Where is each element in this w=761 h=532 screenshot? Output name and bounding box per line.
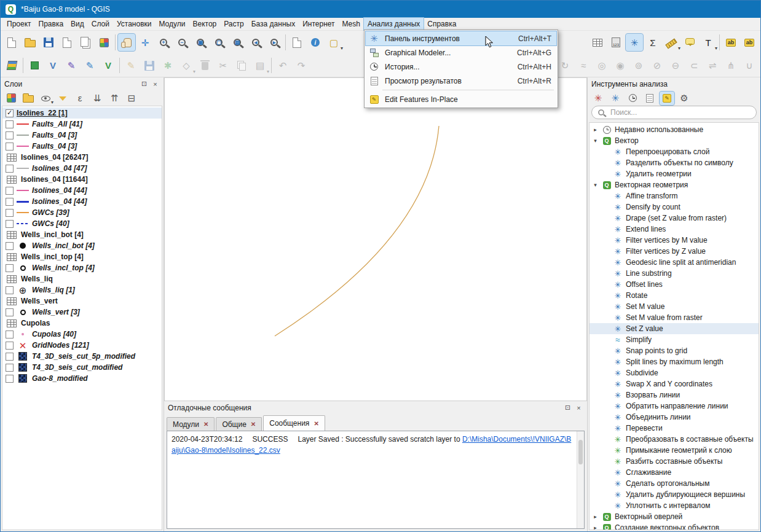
float-panel-icon[interactable]: ⊡	[563, 403, 572, 412]
menu-edit[interactable]: Правка	[35, 18, 68, 30]
layer-checkbox[interactable]	[6, 165, 14, 173]
layer-row[interactable]: Gao-8_modified	[2, 373, 162, 384]
layer-row[interactable]: Isolines_22 [1]	[2, 108, 162, 119]
toolbox-algorithm[interactable]: ✳Разбить составные объекты	[589, 456, 759, 467]
layer-row[interactable]: Wells_vert [3]	[2, 307, 162, 318]
new-virtual-layer-button[interactable]: V	[100, 57, 117, 74]
toolbox-search[interactable]	[591, 106, 757, 119]
map-tips-button[interactable]	[681, 34, 698, 51]
zoom-out-button[interactable]: −	[173, 34, 191, 51]
text-annotation-button[interactable]: T▾	[700, 34, 717, 51]
layer-row[interactable]: Cupolas	[2, 318, 162, 329]
filter-legend-button[interactable]	[55, 92, 70, 105]
layer-checkbox[interactable]	[6, 242, 14, 250]
menu-database[interactable]: База данных	[248, 18, 299, 30]
layer-row[interactable]: Wells_liq	[2, 273, 162, 284]
layer-checkbox[interactable]	[6, 364, 14, 372]
tab-general[interactable]: Общие✕	[216, 417, 262, 431]
processing-toolbox-button[interactable]: ✳	[626, 34, 643, 51]
new-spatialite-layer-button[interactable]: ✎	[63, 57, 80, 74]
close-tab-icon[interactable]: ✕	[251, 421, 256, 428]
menu-option-results-viewer[interactable]: Просмотр результатовCtrl+Alt+R	[366, 74, 556, 88]
menu-layer[interactable]: Слой	[88, 18, 113, 30]
pan-map-button[interactable]	[118, 34, 135, 51]
close-tab-icon[interactable]: ✕	[203, 421, 208, 428]
options-button[interactable]: ⚙	[677, 92, 692, 105]
layer-labeling-button[interactable]: ab	[722, 34, 739, 51]
toolbox-algorithm[interactable]: ✳Subdivide	[589, 367, 759, 378]
project-save-button[interactable]	[40, 34, 57, 51]
float-panel-icon[interactable]: ⊡	[140, 79, 149, 88]
layer-checkbox[interactable]	[6, 308, 14, 316]
open-layer-styling-button[interactable]	[4, 92, 18, 105]
toolbox-algorithm[interactable]: ✳Swap X and Y coordinates	[589, 378, 759, 389]
measure-button[interactable]: ▾	[663, 34, 680, 51]
layer-row[interactable]: T4_3D_seis_cut_modified	[2, 362, 162, 373]
layer-checkbox[interactable]	[6, 131, 14, 139]
toolbox-algorithm[interactable]: ✳Extend lines	[589, 224, 759, 235]
edit-features-in-place-button[interactable]: ✎	[660, 92, 674, 105]
layer-checkbox[interactable]	[6, 209, 14, 217]
close-panel-icon[interactable]: ×	[574, 403, 583, 412]
toolbox-algorithm[interactable]: ✳Объединить линии	[589, 412, 759, 423]
menu-web[interactable]: Интернет	[299, 18, 338, 30]
filter-by-expression-button[interactable]: ε	[73, 92, 87, 105]
results-viewer-button[interactable]	[642, 92, 657, 105]
add-group-button[interactable]	[21, 92, 36, 105]
zoom-next-button[interactable]: ▸	[266, 34, 283, 51]
toolbox-group[interactable]: ▸QСоздание векторных объектов	[589, 522, 759, 530]
collapse-arrow-icon[interactable]: ▾	[592, 138, 599, 144]
menu-raster[interactable]: Растр	[220, 18, 247, 30]
layer-row[interactable]: ⊕Wells_liq [1]	[2, 284, 162, 295]
toolbox-group[interactable]: ▸QВекторный оверлей	[589, 511, 759, 522]
tab-modules[interactable]: Модули✕	[167, 417, 215, 431]
layout-manager-button[interactable]	[77, 34, 94, 51]
menu-vector[interactable]: Вектор	[189, 18, 220, 30]
style-manager-button[interactable]	[95, 34, 112, 51]
manage-map-themes-button[interactable]: ▾	[38, 92, 53, 105]
toolbox-algorithm[interactable]: ✳Удалить дублирующиеся вершины	[589, 489, 759, 500]
layer-checkbox[interactable]	[6, 264, 14, 272]
layer-checkbox[interactable]	[6, 375, 14, 383]
menu-mesh[interactable]: Mesh	[339, 18, 364, 30]
toolbox-algorithm[interactable]: ✳Filter vertices by Z value	[589, 246, 759, 257]
layer-row[interactable]: Isolines_04 [11644]	[2, 174, 162, 185]
layer-checkbox[interactable]	[6, 120, 14, 128]
layer-checkbox[interactable]	[6, 331, 14, 338]
toolbox-algorithm[interactable]: ✳Преобразовать в составные объекты	[589, 434, 759, 445]
toolbox-algorithm[interactable]: ✳Drape (set Z value from raster)	[589, 213, 759, 224]
collapse-all-button[interactable]: ⇈	[107, 92, 122, 105]
menu-option-history[interactable]: История...Ctrl+Alt+H	[366, 60, 556, 74]
expand-arrow-icon[interactable]: ▸	[592, 514, 599, 520]
zoom-in-button[interactable]: +	[155, 34, 172, 51]
layer-row[interactable]: ✕GridNodes [121]	[2, 340, 162, 351]
menu-project[interactable]: Проект	[3, 18, 35, 30]
layer-checkbox[interactable]	[6, 198, 14, 206]
layer-row[interactable]: Wells_incl_top [4]	[2, 262, 162, 273]
toolbox-algorithm[interactable]: ✳Уплотнить с интервалом	[589, 500, 759, 511]
layer-row[interactable]: Isolines_04 [26247]	[2, 152, 162, 163]
toolbox-algorithm[interactable]: ✳Set M value from raster	[589, 312, 759, 323]
menu-option-toolbox[interactable]: ✳Панель инструментовCtrl+Alt+T	[366, 31, 556, 45]
toolbox-algorithm[interactable]: ✳Line substring	[589, 268, 759, 279]
toolbox-algorithm[interactable]: ✳Snap points to grid	[589, 345, 759, 356]
zoom-full-extent-button[interactable]: ▣	[192, 34, 209, 51]
layer-checkbox[interactable]	[6, 286, 14, 294]
select-features-button[interactable]: ▢▾	[325, 34, 342, 51]
toolbox-algorithm[interactable]: ✳Offset lines	[589, 279, 759, 290]
toolbox-algorithm[interactable]: ✳Split lines by maximum length	[589, 356, 759, 367]
close-tab-icon[interactable]: ✕	[313, 420, 318, 427]
layer-row[interactable]: Wells_vert	[2, 295, 162, 307]
remove-layer-button[interactable]: ⊟	[124, 92, 139, 105]
toolbox-algorithm[interactable]: ✳Разделить объекты по символу	[589, 157, 759, 168]
layer-row[interactable]: Isolines_04 [47]	[2, 163, 162, 174]
layer-checkbox[interactable]	[6, 342, 14, 350]
pan-to-selection-button[interactable]: ✛	[136, 34, 154, 51]
layer-checkbox[interactable]	[6, 143, 14, 151]
layer-row[interactable]: GWCs [40]	[2, 218, 162, 229]
toolbox-algorithm[interactable]: ✳Filter vertices by M value	[589, 235, 759, 246]
models-button[interactable]: ✳	[591, 92, 605, 105]
layer-row[interactable]: Isolines_04 [44]	[2, 185, 162, 196]
project-open-button[interactable]	[22, 34, 39, 51]
expand-all-button[interactable]: ⇊	[90, 92, 104, 105]
